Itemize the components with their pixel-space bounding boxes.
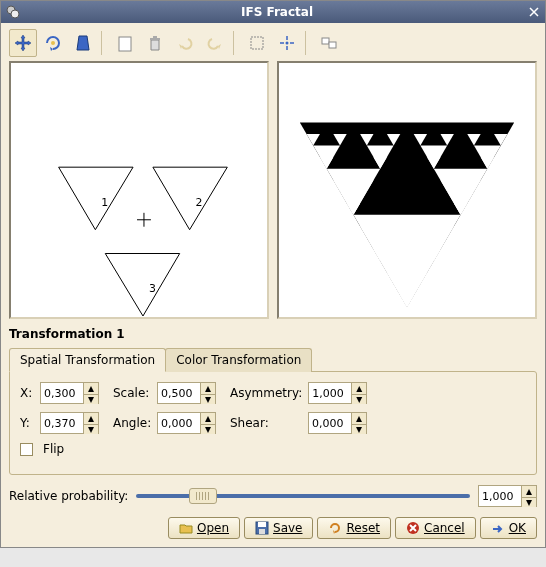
save-button-label: Save bbox=[273, 521, 302, 535]
down-arrow-icon[interactable]: ▾ bbox=[84, 394, 98, 405]
app-icon bbox=[5, 4, 21, 20]
tab-strip: Spatial Transformation Color Transformat… bbox=[9, 347, 537, 371]
reset-button-label: Reset bbox=[346, 521, 380, 535]
preview-panel bbox=[277, 61, 537, 319]
svg-rect-14 bbox=[259, 529, 265, 534]
x-label: X: bbox=[20, 386, 34, 400]
render-options-button[interactable] bbox=[315, 29, 343, 57]
scale-input[interactable] bbox=[158, 383, 200, 403]
undo-button[interactable] bbox=[171, 29, 199, 57]
svg-point-2 bbox=[51, 41, 55, 45]
open-button[interactable]: Open bbox=[168, 517, 240, 539]
svg-rect-13 bbox=[258, 522, 266, 527]
titlebar: IFS Fractal bbox=[1, 1, 545, 23]
reset-icon bbox=[328, 521, 342, 535]
down-arrow-icon[interactable]: ▾ bbox=[201, 424, 215, 435]
flip-checkbox[interactable] bbox=[20, 443, 33, 456]
angle-spin[interactable]: ▴▾ bbox=[157, 412, 216, 434]
reset-button[interactable]: Reset bbox=[317, 517, 391, 539]
triangle-label: 2 bbox=[196, 196, 203, 209]
probability-label: Relative probability: bbox=[9, 489, 128, 503]
asym-label: Asymmetry: bbox=[230, 386, 302, 400]
save-disk-icon bbox=[255, 521, 269, 535]
scale-label: Scale: bbox=[113, 386, 151, 400]
svg-rect-6 bbox=[251, 37, 263, 49]
y-label: Y: bbox=[20, 416, 34, 430]
section-title: Transformation 1 bbox=[9, 327, 537, 341]
x-spin[interactable]: ▴▾ bbox=[40, 382, 99, 404]
cancel-button[interactable]: Cancel bbox=[395, 517, 476, 539]
flip-label: Flip bbox=[43, 442, 64, 456]
down-arrow-icon[interactable]: ▾ bbox=[352, 394, 366, 405]
button-bar: Open Save Reset Cancel bbox=[9, 517, 537, 539]
angle-input[interactable] bbox=[158, 413, 200, 433]
recenter-button[interactable] bbox=[273, 29, 301, 57]
down-arrow-icon[interactable]: ▾ bbox=[352, 424, 366, 435]
ok-button[interactable]: OK bbox=[480, 517, 537, 539]
design-panel[interactable]: 1 2 3 bbox=[9, 61, 269, 319]
select-all-button[interactable] bbox=[243, 29, 271, 57]
ok-button-label: OK bbox=[509, 521, 526, 535]
cancel-button-label: Cancel bbox=[424, 521, 465, 535]
down-arrow-icon[interactable]: ▾ bbox=[522, 497, 536, 508]
ok-icon bbox=[491, 521, 505, 535]
shear-spin[interactable]: ▴▾ bbox=[308, 412, 367, 434]
angle-label: Angle: bbox=[113, 416, 151, 430]
svg-point-7 bbox=[286, 42, 289, 45]
open-folder-icon bbox=[179, 521, 193, 535]
redo-button[interactable] bbox=[201, 29, 229, 57]
window-title: IFS Fractal bbox=[27, 5, 527, 19]
save-button[interactable]: Save bbox=[244, 517, 313, 539]
open-button-label: Open bbox=[197, 521, 229, 535]
triangle-label: 1 bbox=[101, 196, 108, 209]
new-transform-button[interactable] bbox=[111, 29, 139, 57]
probability-input[interactable] bbox=[479, 486, 521, 506]
tab-spatial[interactable]: Spatial Transformation bbox=[9, 348, 166, 372]
shear-input[interactable] bbox=[309, 413, 351, 433]
close-button[interactable] bbox=[527, 5, 541, 19]
probability-spin[interactable]: ▴▾ bbox=[478, 485, 537, 507]
svg-point-1 bbox=[11, 10, 19, 18]
stretch-tool-button[interactable] bbox=[69, 29, 97, 57]
svg-rect-4 bbox=[150, 38, 160, 40]
asym-spin[interactable]: ▴▾ bbox=[308, 382, 367, 404]
slider-thumb[interactable] bbox=[189, 488, 217, 504]
svg-rect-5 bbox=[153, 36, 157, 38]
rotate-scale-tool-button[interactable] bbox=[39, 29, 67, 57]
svg-rect-3 bbox=[119, 37, 131, 51]
down-arrow-icon[interactable]: ▾ bbox=[201, 394, 215, 405]
delete-transform-button[interactable] bbox=[141, 29, 169, 57]
down-arrow-icon[interactable]: ▾ bbox=[84, 424, 98, 435]
y-input[interactable] bbox=[41, 413, 83, 433]
tab-color[interactable]: Color Transformation bbox=[165, 348, 312, 372]
asym-input[interactable] bbox=[309, 383, 351, 403]
svg-rect-9 bbox=[329, 42, 336, 48]
shear-label: Shear: bbox=[230, 416, 302, 430]
spatial-pane: X: ▴▾ Scale: ▴▾ Asymmetry: ▴▾ Y: bbox=[9, 371, 537, 475]
scale-spin[interactable]: ▴▾ bbox=[157, 382, 216, 404]
triangle-label: 3 bbox=[149, 282, 156, 295]
toolbar bbox=[9, 27, 537, 61]
svg-rect-8 bbox=[322, 38, 329, 44]
cancel-icon bbox=[406, 521, 420, 535]
dialog-window: IFS Fractal bbox=[0, 0, 546, 548]
move-tool-button[interactable] bbox=[9, 29, 37, 57]
x-input[interactable] bbox=[41, 383, 83, 403]
probability-slider[interactable] bbox=[136, 494, 470, 498]
y-spin[interactable]: ▴▾ bbox=[40, 412, 99, 434]
